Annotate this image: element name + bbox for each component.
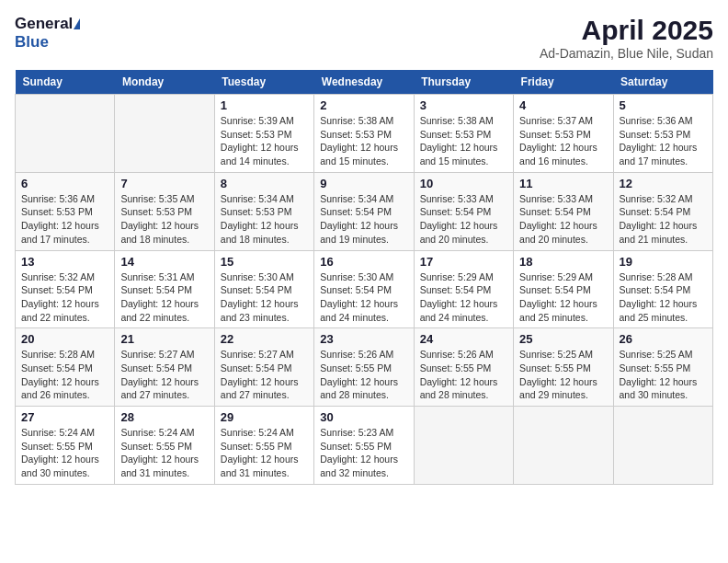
day-number: 28 [120,410,208,424]
day-info: Sunrise: 5:34 AMSunset: 5:53 PMDaylight:… [221,192,308,247]
day-info: Sunrise: 5:25 AMSunset: 5:55 PMDaylight:… [620,348,707,402]
day-number: 5 [620,98,707,112]
calendar-cell: 28Sunrise: 5:24 AMSunset: 5:55 PMDayligh… [115,407,214,485]
day-number: 20 [21,332,108,346]
calendar-cell: 6Sunrise: 5:36 AMSunset: 5:53 PMDaylight… [16,172,115,250]
calendar-cell: 23Sunrise: 5:26 AMSunset: 5:55 PMDayligh… [314,328,414,407]
day-info: Sunrise: 5:25 AMSunset: 5:55 PMDaylight:… [519,348,607,402]
week-row-4: 20Sunrise: 5:28 AMSunset: 5:54 PMDayligh… [16,328,713,407]
calendar-cell: 4Sunrise: 5:37 AMSunset: 5:53 PMDaylight… [514,95,613,173]
day-info: Sunrise: 5:34 AMSunset: 5:54 PMDaylight:… [320,192,407,247]
day-info: Sunrise: 5:27 AMSunset: 5:54 PMDaylight:… [120,348,208,402]
day-info: Sunrise: 5:28 AMSunset: 5:54 PMDaylight:… [620,270,707,325]
calendar-cell: 18Sunrise: 5:29 AMSunset: 5:54 PMDayligh… [514,250,613,328]
day-info: Sunrise: 5:27 AMSunset: 5:54 PMDaylight:… [221,348,308,402]
day-info: Sunrise: 5:36 AMSunset: 5:53 PMDaylight:… [620,114,707,168]
week-row-1: 1Sunrise: 5:39 AMSunset: 5:53 PMDaylight… [16,95,713,173]
day-number: 17 [420,255,507,269]
calendar-cell: 3Sunrise: 5:38 AMSunset: 5:53 PMDaylight… [414,95,513,173]
day-number: 12 [620,177,707,190]
day-number: 21 [120,332,208,346]
day-info: Sunrise: 5:31 AMSunset: 5:54 PMDaylight:… [120,270,208,325]
day-number: 30 [320,410,407,424]
day-info: Sunrise: 5:28 AMSunset: 5:54 PMDaylight:… [21,348,108,402]
day-info: Sunrise: 5:30 AMSunset: 5:54 PMDaylight:… [221,270,308,325]
calendar-cell: 13Sunrise: 5:32 AMSunset: 5:54 PMDayligh… [16,250,115,328]
calendar-cell: 29Sunrise: 5:24 AMSunset: 5:55 PMDayligh… [214,407,313,485]
day-info: Sunrise: 5:36 AMSunset: 5:53 PMDaylight:… [21,192,108,247]
day-info: Sunrise: 5:38 AMSunset: 5:53 PMDaylight:… [320,114,407,168]
day-number: 24 [420,332,507,346]
day-number: 29 [221,410,308,424]
calendar-cell: 27Sunrise: 5:24 AMSunset: 5:55 PMDayligh… [16,407,115,485]
calendar-cell: 9Sunrise: 5:34 AMSunset: 5:54 PMDaylight… [314,172,414,250]
day-number: 27 [21,410,108,424]
day-number: 15 [221,255,308,269]
calendar-cell: 20Sunrise: 5:28 AMSunset: 5:54 PMDayligh… [16,328,115,407]
day-number: 10 [420,177,507,190]
day-number: 18 [519,255,607,269]
day-info: Sunrise: 5:24 AMSunset: 5:55 PMDaylight:… [221,426,308,480]
day-number: 13 [21,255,108,269]
day-header-saturday: Saturday [613,70,712,95]
logo-triangle-icon [74,18,80,29]
day-info: Sunrise: 5:39 AMSunset: 5:53 PMDaylight:… [221,114,308,168]
logo-blue: Blue [15,33,49,51]
calendar: SundayMondayTuesdayWednesdayThursdayFrid… [15,70,713,485]
day-number: 23 [320,332,407,346]
day-number: 2 [320,98,407,112]
day-info: Sunrise: 5:37 AMSunset: 5:53 PMDaylight:… [519,114,607,168]
calendar-cell: 5Sunrise: 5:36 AMSunset: 5:53 PMDaylight… [613,95,712,173]
day-info: Sunrise: 5:33 AMSunset: 5:54 PMDaylight:… [420,192,507,247]
day-header-tuesday: Tuesday [214,70,313,95]
day-info: Sunrise: 5:29 AMSunset: 5:54 PMDaylight:… [519,270,607,325]
day-header-friday: Friday [514,70,613,95]
calendar-cell [514,407,613,485]
day-number: 25 [519,332,607,346]
day-header-thursday: Thursday [414,70,513,95]
week-row-2: 6Sunrise: 5:36 AMSunset: 5:53 PMDaylight… [16,172,713,250]
day-number: 22 [221,332,308,346]
day-info: Sunrise: 5:32 AMSunset: 5:54 PMDaylight:… [21,270,108,325]
day-number: 19 [620,255,707,269]
calendar-cell: 8Sunrise: 5:34 AMSunset: 5:53 PMDaylight… [214,172,313,250]
day-info: Sunrise: 5:24 AMSunset: 5:55 PMDaylight:… [120,426,208,480]
day-header-monday: Monday [115,70,214,95]
logo: General Blue [15,15,80,52]
month-title: April 2025 [540,15,713,46]
calendar-cell [115,95,214,173]
calendar-cell: 25Sunrise: 5:25 AMSunset: 5:55 PMDayligh… [514,328,613,407]
calendar-cell: 15Sunrise: 5:30 AMSunset: 5:54 PMDayligh… [214,250,313,328]
day-info: Sunrise: 5:32 AMSunset: 5:54 PMDaylight:… [620,192,707,247]
logo-general: General [15,15,73,33]
day-info: Sunrise: 5:26 AMSunset: 5:55 PMDaylight:… [320,348,407,402]
calendar-cell: 10Sunrise: 5:33 AMSunset: 5:54 PMDayligh… [414,172,513,250]
day-info: Sunrise: 5:30 AMSunset: 5:54 PMDaylight:… [320,270,407,325]
day-number: 3 [420,98,507,112]
calendar-cell: 24Sunrise: 5:26 AMSunset: 5:55 PMDayligh… [414,328,513,407]
header: General Blue April 2025 Ad-Damazin, Blue… [15,15,713,61]
day-number: 26 [620,332,707,346]
day-info: Sunrise: 5:38 AMSunset: 5:53 PMDaylight:… [420,114,507,168]
calendar-header-row: SundayMondayTuesdayWednesdayThursdayFrid… [16,70,713,95]
day-number: 7 [120,177,208,190]
day-header-wednesday: Wednesday [314,70,414,95]
calendar-cell: 12Sunrise: 5:32 AMSunset: 5:54 PMDayligh… [613,172,712,250]
calendar-cell: 1Sunrise: 5:39 AMSunset: 5:53 PMDaylight… [214,95,313,173]
week-row-3: 13Sunrise: 5:32 AMSunset: 5:54 PMDayligh… [16,250,713,328]
calendar-cell: 2Sunrise: 5:38 AMSunset: 5:53 PMDaylight… [314,95,414,173]
calendar-cell: 22Sunrise: 5:27 AMSunset: 5:54 PMDayligh… [214,328,313,407]
calendar-cell: 26Sunrise: 5:25 AMSunset: 5:55 PMDayligh… [613,328,712,407]
calendar-cell: 7Sunrise: 5:35 AMSunset: 5:53 PMDaylight… [115,172,214,250]
calendar-cell: 11Sunrise: 5:33 AMSunset: 5:54 PMDayligh… [514,172,613,250]
calendar-cell [16,95,115,173]
day-number: 9 [320,177,407,190]
location-title: Ad-Damazin, Blue Nile, Sudan [540,46,713,61]
day-header-sunday: Sunday [16,70,115,95]
calendar-cell: 19Sunrise: 5:28 AMSunset: 5:54 PMDayligh… [613,250,712,328]
day-number: 8 [221,177,308,190]
day-info: Sunrise: 5:35 AMSunset: 5:53 PMDaylight:… [120,192,208,247]
calendar-cell: 21Sunrise: 5:27 AMSunset: 5:54 PMDayligh… [115,328,214,407]
day-info: Sunrise: 5:26 AMSunset: 5:55 PMDaylight:… [420,348,507,402]
calendar-cell: 14Sunrise: 5:31 AMSunset: 5:54 PMDayligh… [115,250,214,328]
